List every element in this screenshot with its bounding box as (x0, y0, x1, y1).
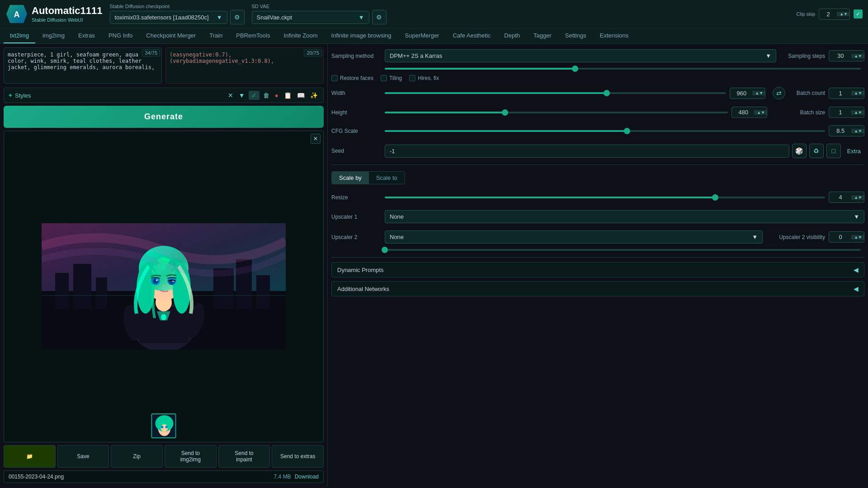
nav-supermerger[interactable]: SuperMerger (399, 28, 446, 43)
vae-dropdown[interactable]: SnailVae.ckpt ▼ (252, 11, 369, 24)
logo-icon: A (5, 3, 28, 25)
styles-paste-button[interactable]: 📋 (282, 91, 293, 100)
height-stepper[interactable]: ▲▼ (755, 110, 767, 115)
styles-dropdown-button[interactable]: ▼ (237, 91, 247, 100)
width-input[interactable] (730, 88, 753, 99)
cfg-scale-slider[interactable] (385, 130, 825, 132)
height-input[interactable] (732, 107, 755, 117)
resize-input[interactable] (829, 192, 852, 202)
nav-img2img[interactable]: img2img (36, 28, 71, 43)
logo-area: A Automatic1111 Stable Diffusion WebUI (5, 3, 103, 25)
upscaler1-dropdown[interactable]: None ▼ (385, 210, 864, 223)
nav-extensions[interactable]: Extensions (594, 28, 635, 43)
logo-text: Automatic1111 Stable Diffusion WebUI (32, 5, 103, 23)
dynamic-prompts-section[interactable]: Dynamic Prompts ◀ (331, 262, 864, 277)
styles-sparkle-button[interactable]: ✨ (308, 91, 320, 100)
tiling-checkbox[interactable]: Tiling (381, 75, 402, 81)
nav-checkpoint-merger[interactable]: Checkpoint Merger (140, 28, 202, 43)
generated-image (42, 223, 286, 350)
image-close-button[interactable]: ✕ (311, 134, 321, 144)
styles-label: Styles (15, 92, 31, 99)
clip-checkbox[interactable]: ✓ (854, 9, 863, 19)
batch-count-label: Batch count (789, 90, 825, 96)
folder-button[interactable]: 📁 (4, 445, 56, 468)
svg-rect-6 (73, 264, 91, 309)
seed-box-icon[interactable]: □ (826, 144, 841, 158)
send-img2img-button[interactable]: Send to img2img (165, 445, 217, 468)
restore-faces-checkbox[interactable]: Restore faces (331, 75, 373, 81)
cfg-scale-stepper[interactable]: ▲▼ (852, 129, 864, 133)
batch-size-input[interactable] (829, 107, 852, 117)
tab-scale-to[interactable]: Scale to (369, 172, 405, 184)
cfg-scale-input[interactable] (829, 126, 852, 136)
height-slider-thumb[interactable] (502, 109, 508, 116)
nav-pnginfo[interactable]: PNG Info (102, 28, 139, 43)
upscaler2-slider[interactable] (385, 249, 861, 251)
height-slider-fill (385, 112, 505, 113)
nav-txt2img[interactable]: txt2img (4, 28, 35, 43)
sampling-steps-input[interactable] (829, 51, 852, 61)
zip-button[interactable]: Zip (111, 445, 163, 468)
seed-extra-label[interactable]: Extra (844, 146, 864, 156)
sampling-steps-stepper[interactable]: ▲▼ (852, 54, 864, 58)
cfg-scale-thumb[interactable] (624, 128, 630, 134)
vae-settings-icon[interactable]: ⚙ (372, 10, 387, 24)
swap-dimensions-button[interactable]: ⇄ (773, 87, 785, 99)
upscaler2-visibility-input[interactable] (829, 232, 852, 242)
batch-size-stepper[interactable]: ▲▼ (852, 110, 864, 115)
additional-networks-section[interactable]: Additional Networks ◀ (331, 281, 864, 296)
send-inpaint-button[interactable]: Send to inpaint (218, 445, 270, 468)
width-stepper[interactable]: ▲▼ (753, 91, 765, 95)
height-slider[interactable] (385, 112, 728, 113)
send-extras-button[interactable]: Send to extras (272, 445, 324, 468)
styles-book-button[interactable]: 📖 (295, 91, 307, 100)
checkpoint-settings-icon[interactable]: ⚙ (230, 10, 245, 24)
clip-stepper[interactable]: ▲▼ (837, 12, 849, 16)
nav-train[interactable]: Train (203, 28, 229, 43)
nav-pbremtools[interactable]: PBRemTools (230, 28, 276, 43)
resize-stepper[interactable]: ▲▼ (852, 195, 864, 200)
download-link[interactable]: Download (295, 474, 319, 480)
styles-red-button[interactable]: ● (273, 91, 280, 100)
nav-infinite-zoom[interactable]: Infinite Zoom (277, 28, 324, 43)
styles-check-button[interactable]: ✓ (249, 91, 259, 100)
sampling-steps-thumb[interactable] (572, 66, 578, 72)
upscaler2-thumb[interactable] (382, 247, 388, 253)
nav-infinite-browsing[interactable]: Infinite image browsing (325, 28, 398, 43)
nav-tagger[interactable]: Tagger (527, 28, 558, 43)
thumbnail-0[interactable] (151, 413, 176, 438)
seed-input[interactable] (385, 145, 789, 158)
styles-input[interactable] (33, 92, 223, 99)
upscaler2-dropdown[interactable]: None ▼ (385, 230, 763, 244)
negative-prompt-input[interactable] (165, 47, 324, 84)
seed-recycle-icon[interactable]: ♻ (809, 144, 824, 158)
batch-count-input[interactable] (829, 88, 852, 99)
batch-count-box: ▲▼ (829, 88, 864, 99)
sampling-method-dropdown[interactable]: DPM++ 2S a Karras ▼ (385, 49, 776, 62)
nav-settings[interactable]: Settings (559, 28, 593, 43)
width-slider[interactable] (385, 92, 726, 94)
resize-slider-thumb[interactable] (712, 194, 718, 201)
checkpoint-field: Stable Diffusion checkpoint toximix03.sa… (110, 4, 245, 24)
sampling-method-label: Sampling method (331, 53, 381, 59)
bottom-action-buttons: 📁 Save Zip Send to img2img Send to inpai… (4, 445, 324, 468)
upscaler2-visibility-stepper[interactable]: ▲▼ (852, 235, 864, 239)
clip-input[interactable] (819, 9, 837, 19)
hires-fix-checkbox[interactable]: Hires. fix (409, 75, 439, 81)
resize-slider[interactable] (385, 197, 825, 198)
save-button[interactable]: Save (57, 445, 109, 468)
nav-depth[interactable]: Depth (498, 28, 526, 43)
width-slider-thumb[interactable] (604, 90, 610, 96)
styles-x-button[interactable]: ✕ (226, 91, 235, 100)
checkpoint-dropdown[interactable]: toximix03.safetensors [1aad08250c] ▼ (110, 11, 227, 24)
batch-count-stepper[interactable]: ▲▼ (852, 91, 864, 95)
negative-prompt-count: 20/75 (304, 49, 322, 56)
styles-trash-button[interactable]: 🗑 (261, 91, 271, 100)
positive-prompt-input[interactable] (4, 47, 162, 84)
nav-cafe[interactable]: Cafe Aesthetic (446, 28, 497, 43)
seed-dice-icon[interactable]: 🎲 (792, 144, 807, 158)
sampling-steps-slider[interactable] (385, 68, 861, 70)
nav-extras[interactable]: Extras (72, 28, 101, 43)
tab-scale-by[interactable]: Scale by (332, 172, 369, 184)
generate-button[interactable]: Generate (4, 106, 324, 128)
